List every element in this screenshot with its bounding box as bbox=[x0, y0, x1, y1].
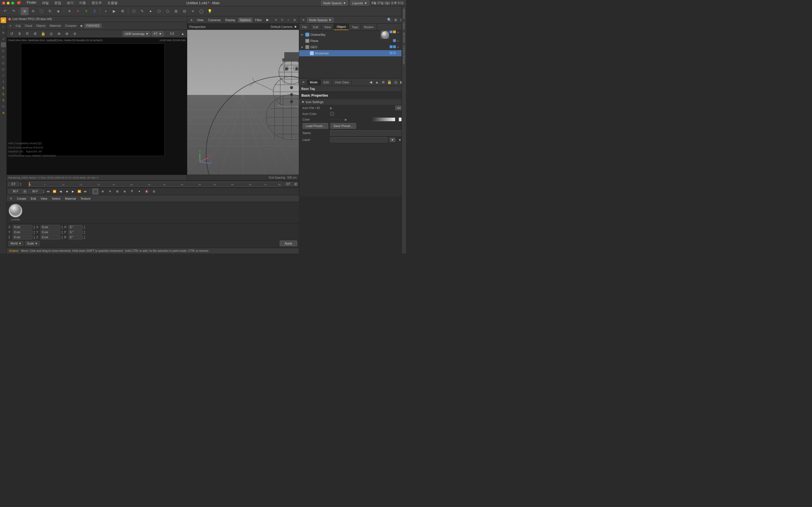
tag-icon-1[interactable] bbox=[390, 31, 393, 33]
h-rot-down[interactable]: ▼ bbox=[84, 227, 86, 229]
current-frame-input[interactable]: 0 F bbox=[283, 182, 294, 186]
play-back-button[interactable]: ◀ bbox=[58, 189, 63, 194]
frame-unit-dropdown[interactable]: F bbox=[294, 182, 298, 186]
play-forward-button[interactable]: ▶ bbox=[70, 189, 75, 194]
tool-btn-5[interactable]: ◈ bbox=[54, 7, 62, 15]
prev-frame-button[interactable]: ⏪ bbox=[52, 189, 57, 194]
attrs-lock-btn[interactable]: 🔒 bbox=[387, 80, 392, 85]
lv-color-btn[interactable]: ⊕ bbox=[64, 31, 70, 37]
layer-dropdown-btn[interactable]: ▼ bbox=[390, 138, 395, 142]
scene-search-btn[interactable]: 🔍 bbox=[387, 17, 392, 22]
pt-mode-dropdown[interactable]: PT▼ bbox=[152, 31, 164, 36]
object-props-button[interactable]: ⬡ bbox=[155, 7, 163, 15]
transform-mode-dropdown[interactable]: Scale ▼ bbox=[25, 241, 40, 246]
h-rot-input[interactable] bbox=[68, 225, 83, 229]
vp-menu-filter[interactable]: Filter bbox=[253, 18, 264, 22]
y-pos-input[interactable] bbox=[13, 230, 33, 234]
menu-move[interactable]: 이동 bbox=[78, 1, 87, 5]
playback-mode-btn3[interactable]: ✛ bbox=[107, 188, 113, 194]
tab-edit[interactable]: Edit bbox=[310, 24, 321, 30]
tree-item-snowman[interactable]: ⬡ Snowman ● ● bbox=[299, 50, 406, 56]
sidebar-tool-s2[interactable]: ⬡ bbox=[1, 48, 6, 54]
mat-menu-material[interactable]: Material bbox=[64, 196, 77, 201]
z-scale-down[interactable]: ▼ bbox=[61, 237, 63, 239]
mat-menu-toggle[interactable]: ≡ bbox=[8, 196, 13, 201]
sidebar-tool-s4[interactable]: ⬡ bbox=[1, 60, 6, 66]
lv-menu-materials[interactable]: Materials bbox=[49, 24, 62, 27]
object-mode-button[interactable]: ⬡ bbox=[130, 7, 138, 15]
lv-value-input[interactable]: 0.8 bbox=[165, 32, 179, 36]
mode-btn-8[interactable]: ⊟ bbox=[181, 7, 188, 15]
mat-menu-view[interactable]: View bbox=[40, 196, 49, 201]
tab-bookmarks[interactable]: Bookm bbox=[361, 24, 377, 30]
visibility-btn[interactable]: ● bbox=[396, 31, 400, 34]
sidebar-tool-move[interactable]: ↔ bbox=[1, 24, 6, 29]
z-scale-up[interactable]: ▲ bbox=[61, 235, 63, 237]
vp-move-btn[interactable]: ✛ bbox=[273, 17, 278, 22]
tag-icon-2[interactable] bbox=[393, 31, 396, 33]
minimize-button[interactable] bbox=[7, 2, 10, 4]
mat-menu-edit[interactable]: Edit bbox=[30, 196, 37, 201]
lv-close-button[interactable] bbox=[8, 18, 11, 20]
z-pos-input[interactable] bbox=[13, 235, 33, 239]
vp-zoom-btn[interactable]: ⊕ bbox=[292, 17, 297, 22]
attrs-filter-btn[interactable]: ⊕ bbox=[380, 80, 386, 85]
axis-y-button[interactable]: Y bbox=[82, 7, 90, 15]
layer-input[interactable] bbox=[330, 137, 388, 142]
mat-menu-create[interactable]: Create bbox=[16, 196, 28, 201]
vp-menu-options[interactable]: Options bbox=[238, 18, 252, 22]
primitive-cube-button[interactable]: ▪ bbox=[102, 7, 110, 15]
go-start-button[interactable]: ⏮ bbox=[46, 189, 51, 194]
lv-pause-btn[interactable]: ⏸ bbox=[16, 31, 22, 37]
plane-tag-1[interactable] bbox=[393, 39, 396, 42]
mat-menu-select[interactable]: Select bbox=[51, 196, 62, 201]
move-tool-button[interactable]: ✛ bbox=[29, 7, 37, 15]
b-rot-input[interactable] bbox=[68, 235, 83, 239]
z-pos-down[interactable]: ▼ bbox=[33, 237, 35, 239]
geo-tag-1[interactable] bbox=[390, 45, 393, 48]
tree-expand-geo[interactable]: ▶ bbox=[301, 46, 304, 48]
geo-tag-2[interactable] bbox=[393, 45, 396, 48]
z-scale-input[interactable] bbox=[41, 235, 60, 239]
p-rot-up[interactable]: ▲ bbox=[84, 230, 86, 232]
tab-file[interactable]: File bbox=[299, 24, 310, 30]
p-rot-down[interactable]: ▼ bbox=[84, 232, 86, 234]
vp-menu-cameras[interactable]: Cameras bbox=[206, 18, 222, 22]
go-end-button[interactable]: ⏭ bbox=[83, 189, 88, 194]
scale-tool-button[interactable]: ⬛ bbox=[38, 7, 45, 15]
tab-object[interactable]: Object bbox=[334, 24, 349, 30]
icon-color-checkbox[interactable] bbox=[330, 112, 334, 116]
menu-finder[interactable]: Finder bbox=[26, 1, 38, 5]
sidebar-tool-rotate[interactable]: ↻ bbox=[1, 30, 6, 36]
sidebar-tool-scale[interactable]: ⤢ bbox=[1, 36, 6, 42]
menu-help[interactable]: 도움말 bbox=[106, 1, 119, 5]
end-frame-input[interactable]: 90 F bbox=[8, 189, 22, 193]
vp-rotate-btn[interactable]: ↻ bbox=[280, 17, 285, 22]
maximize-button[interactable] bbox=[11, 2, 14, 4]
p-rot-input[interactable] bbox=[68, 230, 83, 234]
fps-input[interactable]: 90 F bbox=[28, 189, 42, 193]
menu-edit[interactable]: 편집 bbox=[53, 1, 62, 5]
vp-menu-display[interactable]: Display bbox=[223, 18, 237, 22]
playback-mode-btn1[interactable]: ⬛ bbox=[92, 188, 98, 194]
apply-button[interactable]: Apply bbox=[280, 240, 297, 246]
y-pos-down[interactable]: ▼ bbox=[33, 232, 35, 234]
node-spaces-dropdown[interactable]: Node Spaces ▼ bbox=[321, 1, 348, 6]
vert-tab-layers[interactable]: Layers bbox=[402, 21, 406, 31]
y-scale-input[interactable] bbox=[41, 230, 60, 234]
scene-browser-toggle[interactable]: ≡ bbox=[301, 17, 306, 22]
sidebar-tool-pen[interactable]: / bbox=[1, 73, 6, 78]
menu-view[interactable]: 보기 bbox=[66, 1, 75, 5]
paint-button[interactable]: ✎ bbox=[138, 7, 146, 15]
lv-adjust-btn[interactable]: ▲ bbox=[180, 31, 185, 36]
frame-start-up[interactable]: ▲ bbox=[20, 182, 22, 184]
playback-mode-btn9[interactable]: ⊟ bbox=[151, 188, 157, 194]
add-object-button[interactable]: ✛ bbox=[65, 7, 73, 15]
attrs-prev-btn[interactable]: ◀ bbox=[368, 80, 373, 85]
sidebar-tool-s3[interactable]: ⬡ bbox=[1, 54, 6, 60]
viewport-shading-button[interactable]: ● bbox=[147, 7, 154, 15]
vp-canvas[interactable]: X Y Z bbox=[187, 30, 299, 175]
sidebar-tool-measure[interactable]: ⌇ bbox=[1, 79, 6, 84]
lv-info-btn[interactable]: ⊕ bbox=[56, 31, 62, 37]
x-scale-up[interactable]: ▲ bbox=[61, 225, 63, 227]
